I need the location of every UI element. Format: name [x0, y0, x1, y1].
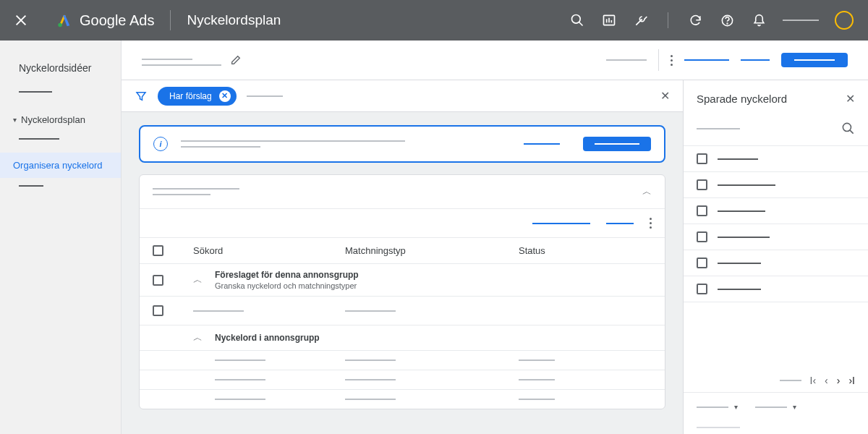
cell-placeholder: [345, 399, 396, 400]
section-title: Föreslaget för denna annonsgrupp: [215, 270, 359, 280]
close-icon[interactable]: [14, 14, 27, 27]
caret-down-icon: ▾: [13, 116, 17, 124]
dropdown[interactable]: ▾: [755, 403, 796, 411]
filter-bar: Har förslag ✕ ✕: [122, 80, 683, 112]
alert-action-button[interactable]: [583, 137, 651, 151]
more-icon[interactable]: [671, 55, 673, 66]
primary-action-button[interactable]: [781, 53, 848, 67]
cell-placeholder: [193, 310, 244, 312]
col-keyword[interactable]: Sökord: [193, 245, 345, 256]
tools-icon[interactable]: [633, 12, 649, 28]
action-link[interactable]: [532, 223, 590, 224]
item-placeholder: [718, 210, 765, 212]
col-matchtype[interactable]: Matchningstyp: [345, 245, 519, 256]
checkbox[interactable]: [697, 231, 707, 242]
subheader-link[interactable]: [684, 59, 729, 61]
svg-point-0: [58, 23, 62, 27]
cell-placeholder: [519, 399, 555, 400]
more-icon[interactable]: [650, 218, 652, 229]
alert-text-placeholder: [181, 146, 260, 148]
refresh-icon[interactable]: [687, 12, 703, 28]
chevron-up-icon[interactable]: ︿: [193, 331, 215, 344]
page-info-placeholder: [780, 380, 801, 381]
sidebar-item-placeholder[interactable]: [19, 91, 52, 93]
notifications-icon[interactable]: [751, 12, 767, 28]
select-all-checkbox[interactable]: [153, 245, 163, 256]
alert-link[interactable]: [524, 143, 560, 145]
subheader: [122, 41, 868, 80]
section-suggested[interactable]: ︿ Föreslaget för denna annonsgrupp Grans…: [140, 264, 665, 297]
section-in-group[interactable]: ︿ Nyckelord i annonsgrupp: [140, 326, 665, 351]
sidebar: Nyckelordsidéer ▾ Nyckelordsplan Organis…: [0, 41, 122, 434]
checkbox[interactable]: [697, 284, 707, 294]
list-item[interactable]: [684, 276, 868, 302]
sidebar-item-label: Organisera nyckelord: [13, 160, 103, 171]
reports-icon[interactable]: [601, 12, 617, 28]
add-filter-placeholder[interactable]: [247, 95, 283, 97]
edit-icon[interactable]: [230, 54, 242, 66]
close-icon[interactable]: ✕: [846, 92, 855, 106]
panel-title: Sparade nyckelord: [697, 93, 787, 105]
item-placeholder: [718, 158, 758, 160]
list-item[interactable]: [684, 198, 868, 224]
search-icon[interactable]: [569, 12, 585, 28]
pager: I‹ ‹ › ›I: [684, 369, 868, 393]
last-page-icon[interactable]: ›I: [848, 375, 855, 386]
list-item[interactable]: [684, 172, 868, 198]
card-header[interactable]: ︿: [140, 175, 665, 209]
section-title: Nyckelord i annonsgrupp: [215, 333, 320, 343]
next-page-icon[interactable]: ›: [837, 375, 841, 386]
sidebar-section-ideas[interactable]: Nyckelordsidéer: [0, 59, 121, 84]
checkbox[interactable]: [697, 179, 707, 190]
plan-label-placeholder: [142, 59, 192, 60]
checkbox[interactable]: [697, 205, 707, 216]
list-item[interactable]: [684, 224, 868, 250]
first-page-icon[interactable]: I‹: [810, 375, 817, 386]
sidebar-item-placeholder[interactable]: [19, 185, 43, 187]
dropdown[interactable]: ▾: [697, 403, 738, 411]
product-logo[interactable]: Google Ads: [56, 12, 154, 29]
chevron-up-icon[interactable]: ︿: [642, 185, 652, 198]
subheader-link[interactable]: [741, 59, 770, 61]
cell-placeholder: [345, 359, 396, 361]
subheader-placeholder: [606, 59, 647, 61]
plan-name-placeholder: [142, 64, 221, 66]
account-placeholder[interactable]: [783, 20, 819, 21]
table-row[interactable]: [140, 370, 665, 390]
table-row[interactable]: [140, 297, 665, 326]
sidebar-item-placeholder[interactable]: [19, 138, 59, 140]
alert-text-placeholder: [181, 140, 405, 142]
prev-page-icon[interactable]: ‹: [825, 375, 828, 386]
avatar[interactable]: [835, 11, 854, 30]
search-icon[interactable]: [841, 122, 855, 135]
svg-point-1: [572, 15, 581, 24]
app-header: Google Ads Nyckelordsplan: [0, 0, 868, 41]
checkbox[interactable]: [697, 258, 707, 268]
filter-icon[interactable]: [135, 90, 148, 103]
col-status[interactable]: Status: [519, 245, 652, 256]
filter-chip-suggestions[interactable]: Har förslag ✕: [158, 87, 237, 106]
cell-placeholder: [215, 379, 265, 380]
caret-down-icon: ▾: [734, 403, 738, 411]
close-icon[interactable]: ✕: [660, 89, 670, 103]
panel-search[interactable]: [684, 116, 868, 146]
page-title: Nyckelordsplan: [187, 12, 281, 28]
checkbox[interactable]: [153, 305, 163, 316]
workspace: i: [122, 112, 683, 434]
chevron-up-icon[interactable]: ︿: [193, 273, 215, 286]
help-icon[interactable]: [719, 12, 735, 28]
svg-point-9: [843, 123, 851, 131]
table-row[interactable]: [140, 390, 665, 409]
cell-placeholder: [345, 310, 396, 312]
sidebar-item-organize[interactable]: Organisera nyckelord: [0, 153, 121, 178]
action-link[interactable]: [606, 223, 634, 224]
chip-remove-icon[interactable]: ✕: [219, 90, 231, 102]
saved-keywords-panel: Sparade nyckelord ✕ I‹: [683, 80, 868, 434]
checkbox[interactable]: [153, 275, 163, 286]
list-item[interactable]: [684, 146, 868, 172]
cell-placeholder: [215, 399, 265, 400]
table-row[interactable]: [140, 351, 665, 370]
sidebar-section-plan[interactable]: ▾ Nyckelordsplan: [0, 107, 121, 132]
list-item[interactable]: [684, 250, 868, 276]
checkbox[interactable]: [697, 153, 707, 164]
